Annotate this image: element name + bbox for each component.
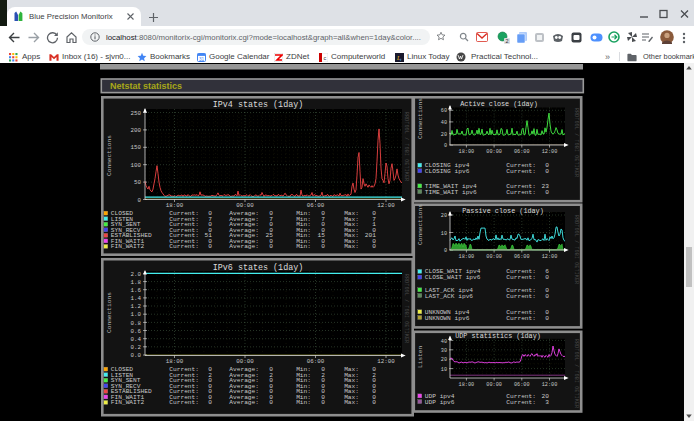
svg-text:Current:: Current: bbox=[506, 293, 536, 300]
svg-text:00:00: 00:00 bbox=[236, 358, 254, 365]
svg-text:Connections: Connections bbox=[106, 135, 113, 176]
svg-text:06:00: 06:00 bbox=[514, 382, 530, 388]
svg-text:0.0: 0.0 bbox=[131, 352, 142, 359]
svg-text:06:00: 06:00 bbox=[307, 202, 325, 209]
svg-text:RRDTOOL / TOBI OETIKER: RRDTOOL / TOBI OETIKER bbox=[574, 108, 579, 177]
svg-text:UDP statistics (1day): UDP statistics (1day) bbox=[455, 332, 541, 340]
svg-text:Average:: Average: bbox=[229, 399, 259, 406]
svg-text:CLOSE_WAIT ipv6: CLOSE_WAIT ipv6 bbox=[425, 274, 481, 281]
svg-text:0: 0 bbox=[321, 243, 325, 250]
svg-text:Current:: Current: bbox=[506, 168, 536, 175]
svg-text:0: 0 bbox=[444, 248, 447, 254]
svg-text:12:00: 12:00 bbox=[542, 254, 558, 260]
svg-text:250: 250 bbox=[131, 110, 142, 117]
svg-text:0: 0 bbox=[372, 399, 376, 406]
svg-text:18:00: 18:00 bbox=[459, 254, 475, 260]
svg-text:Current:: Current: bbox=[169, 399, 199, 406]
svg-text:40: 40 bbox=[441, 120, 447, 126]
svg-text:1.8: 1.8 bbox=[131, 279, 142, 286]
svg-text:RRDTOOL / TOBI OETIKER: RRDTOOL / TOBI OETIKER bbox=[404, 112, 409, 181]
svg-text:18:00: 18:00 bbox=[459, 149, 475, 155]
svg-text:RRDTOOL / TOBI OETIKER: RRDTOOL / TOBI OETIKER bbox=[574, 215, 579, 284]
svg-text:RRDTOOL / TOBI OETIKER: RRDTOOL / TOBI OETIKER bbox=[404, 274, 409, 343]
svg-text:10: 10 bbox=[441, 231, 447, 237]
svg-text:06:00: 06:00 bbox=[307, 358, 325, 365]
svg-text:UDP ipv6: UDP ipv6 bbox=[425, 399, 455, 406]
svg-text:60: 60 bbox=[441, 108, 447, 114]
svg-text:Min:: Min: bbox=[296, 399, 311, 406]
svg-text:2.0: 2.0 bbox=[131, 271, 142, 278]
svg-text:0: 0 bbox=[321, 399, 325, 406]
svg-text:00:00: 00:00 bbox=[236, 202, 254, 209]
svg-text:18:00: 18:00 bbox=[459, 382, 475, 388]
svg-text:100: 100 bbox=[131, 162, 142, 169]
svg-text:Listen: Listen bbox=[417, 345, 424, 368]
svg-text:150: 150 bbox=[131, 144, 142, 151]
svg-text:0.8: 0.8 bbox=[131, 320, 142, 327]
svg-text:Connections: Connections bbox=[106, 292, 113, 333]
svg-text:Current:: Current: bbox=[506, 399, 536, 406]
svg-text:TIME_WAIT ipv6: TIME_WAIT ipv6 bbox=[425, 189, 477, 196]
svg-text:12:00: 12:00 bbox=[542, 149, 558, 155]
svg-text:20: 20 bbox=[441, 357, 447, 363]
svg-text:1.4: 1.4 bbox=[131, 295, 142, 302]
svg-text:UNKNOWN ipv6: UNKNOWN ipv6 bbox=[425, 315, 470, 322]
svg-text:30: 30 bbox=[441, 348, 447, 354]
svg-text:0: 0 bbox=[269, 399, 273, 406]
svg-text:3: 3 bbox=[545, 399, 549, 406]
svg-text:Average:: Average: bbox=[229, 243, 259, 250]
svg-text:0: 0 bbox=[269, 243, 273, 250]
svg-text:FIN_WAIT2: FIN_WAIT2 bbox=[111, 243, 145, 250]
svg-text:40: 40 bbox=[441, 339, 447, 345]
svg-text:0: 0 bbox=[208, 243, 212, 250]
svg-text:0: 0 bbox=[138, 197, 142, 204]
svg-text:0: 0 bbox=[545, 274, 549, 281]
svg-text:0: 0 bbox=[545, 168, 549, 175]
svg-text:Min:: Min: bbox=[296, 243, 311, 250]
svg-text:06:00: 06:00 bbox=[514, 254, 530, 260]
svg-text:18:00: 18:00 bbox=[166, 358, 184, 365]
svg-text:FIN_WAIT2: FIN_WAIT2 bbox=[111, 399, 145, 406]
svg-text:Connections: Connections bbox=[417, 98, 424, 139]
svg-text:Passive close (1day): Passive close (1day) bbox=[462, 207, 544, 215]
svg-text:1.0: 1.0 bbox=[131, 311, 142, 318]
svg-text:0.6: 0.6 bbox=[131, 328, 142, 335]
svg-text:12:00: 12:00 bbox=[377, 202, 395, 209]
svg-text:10: 10 bbox=[441, 367, 447, 373]
svg-text:Max:: Max: bbox=[344, 399, 359, 406]
svg-text:20: 20 bbox=[441, 213, 447, 219]
svg-text:18:00: 18:00 bbox=[166, 202, 184, 209]
svg-text:IPv6 states (1day): IPv6 states (1day) bbox=[213, 263, 303, 273]
svg-text:00:00: 00:00 bbox=[486, 382, 502, 388]
svg-text:0: 0 bbox=[545, 293, 549, 300]
svg-text:0: 0 bbox=[545, 189, 549, 196]
svg-text:Current:: Current: bbox=[169, 243, 199, 250]
svg-text:Current:: Current: bbox=[506, 315, 536, 322]
svg-text:Active close (1day): Active close (1day) bbox=[460, 100, 538, 108]
svg-text:31: 31 bbox=[199, 56, 205, 61]
svg-text:1.6: 1.6 bbox=[131, 287, 142, 294]
svg-text:50: 50 bbox=[134, 179, 141, 186]
svg-text:12:00: 12:00 bbox=[377, 358, 395, 365]
svg-text:0: 0 bbox=[444, 143, 447, 149]
svg-text:c: c bbox=[323, 55, 326, 61]
svg-text:0.2: 0.2 bbox=[131, 344, 142, 351]
svg-text:20: 20 bbox=[441, 132, 447, 138]
svg-text:IPv4 states (1day): IPv4 states (1day) bbox=[213, 100, 303, 110]
svg-text:Netstat statistics: Netstat statistics bbox=[110, 81, 182, 91]
svg-text:Max:: Max: bbox=[344, 243, 359, 250]
svg-text:Connections: Connections bbox=[417, 204, 424, 245]
svg-text:0: 0 bbox=[372, 243, 376, 250]
svg-text:06:00: 06:00 bbox=[514, 149, 530, 155]
svg-text:2: 2 bbox=[505, 38, 508, 44]
svg-text:12:00: 12:00 bbox=[542, 382, 558, 388]
svg-text:0.4: 0.4 bbox=[131, 336, 142, 343]
svg-text:00:00: 00:00 bbox=[486, 149, 502, 155]
svg-text:RRDTOOL / TOBI OETIKER: RRDTOOL / TOBI OETIKER bbox=[574, 339, 579, 408]
svg-text:1.2: 1.2 bbox=[131, 303, 142, 310]
svg-text:200: 200 bbox=[131, 127, 142, 134]
svg-text:00:00: 00:00 bbox=[486, 254, 502, 260]
svg-text:CLOSING ipv6: CLOSING ipv6 bbox=[425, 168, 470, 175]
svg-text:Current:: Current: bbox=[506, 274, 536, 281]
svg-text:0: 0 bbox=[208, 399, 212, 406]
